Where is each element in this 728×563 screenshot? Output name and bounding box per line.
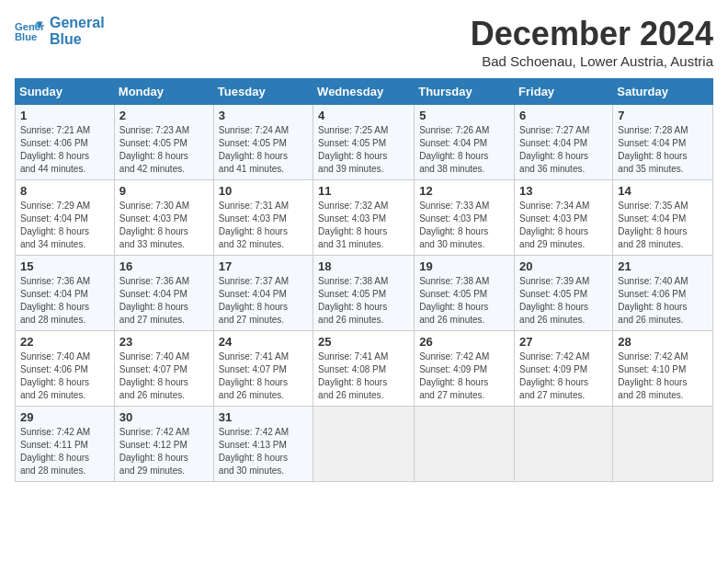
table-row: 10Sunrise: 7:31 AMSunset: 4:03 PMDayligh… <box>213 180 313 256</box>
table-row: 30Sunrise: 7:42 AMSunset: 4:12 PMDayligh… <box>114 407 213 482</box>
table-row: 14Sunrise: 7:35 AMSunset: 4:04 PMDayligh… <box>613 180 713 256</box>
header-thursday: Thursday <box>415 79 515 105</box>
logo: General Blue General Blue <box>15 15 105 48</box>
table-row: 16Sunrise: 7:36 AMSunset: 4:04 PMDayligh… <box>114 256 213 331</box>
location-title: Bad Schoenau, Lower Austria, Austria <box>471 53 713 69</box>
table-row: 20Sunrise: 7:39 AMSunset: 4:05 PMDayligh… <box>515 256 613 331</box>
table-row: 27Sunrise: 7:42 AMSunset: 4:09 PMDayligh… <box>515 331 613 407</box>
table-row: 25Sunrise: 7:41 AMSunset: 4:08 PMDayligh… <box>313 331 415 407</box>
table-row <box>613 407 713 482</box>
logo-text-blue: Blue <box>50 31 105 48</box>
table-row: 23Sunrise: 7:40 AMSunset: 4:07 PMDayligh… <box>114 331 213 407</box>
table-row: 2Sunrise: 7:23 AMSunset: 4:05 PMDaylight… <box>114 105 213 180</box>
calendar-table: Sunday Monday Tuesday Wednesday Thursday… <box>15 78 713 482</box>
table-row: 4Sunrise: 7:25 AMSunset: 4:05 PMDaylight… <box>313 105 415 180</box>
table-row: 28Sunrise: 7:42 AMSunset: 4:10 PMDayligh… <box>613 331 713 407</box>
table-row: 9Sunrise: 7:30 AMSunset: 4:03 PMDaylight… <box>114 180 213 256</box>
table-row: 29Sunrise: 7:42 AMSunset: 4:11 PMDayligh… <box>16 407 115 482</box>
table-row: 18Sunrise: 7:38 AMSunset: 4:05 PMDayligh… <box>313 256 415 331</box>
header-monday: Monday <box>114 79 213 105</box>
header-sunday: Sunday <box>16 79 115 105</box>
title-block: December 2024 Bad Schoenau, Lower Austri… <box>471 15 713 69</box>
logo-icon: General Blue <box>15 18 44 44</box>
table-row: 13Sunrise: 7:34 AMSunset: 4:03 PMDayligh… <box>515 180 613 256</box>
table-row: 31Sunrise: 7:42 AMSunset: 4:13 PMDayligh… <box>213 407 313 482</box>
table-row <box>515 407 613 482</box>
table-row: 19Sunrise: 7:38 AMSunset: 4:05 PMDayligh… <box>415 256 515 331</box>
svg-text:Blue: Blue <box>15 31 37 42</box>
logo-text-general: General <box>50 15 105 31</box>
table-row: 7Sunrise: 7:28 AMSunset: 4:04 PMDaylight… <box>613 105 713 180</box>
table-row: 12Sunrise: 7:33 AMSunset: 4:03 PMDayligh… <box>415 180 515 256</box>
table-row: 26Sunrise: 7:42 AMSunset: 4:09 PMDayligh… <box>415 331 515 407</box>
table-row: 11Sunrise: 7:32 AMSunset: 4:03 PMDayligh… <box>313 180 415 256</box>
table-row: 22Sunrise: 7:40 AMSunset: 4:06 PMDayligh… <box>16 331 115 407</box>
header-wednesday: Wednesday <box>313 79 415 105</box>
table-row: 8Sunrise: 7:29 AMSunset: 4:04 PMDaylight… <box>16 180 115 256</box>
page-header: General Blue General Blue December 2024 … <box>15 15 713 69</box>
table-row: 21Sunrise: 7:40 AMSunset: 4:06 PMDayligh… <box>613 256 713 331</box>
table-row <box>313 407 415 482</box>
header-tuesday: Tuesday <box>213 79 313 105</box>
table-row: 1Sunrise: 7:21 AMSunset: 4:06 PMDaylight… <box>16 105 115 180</box>
table-row: 17Sunrise: 7:37 AMSunset: 4:04 PMDayligh… <box>213 256 313 331</box>
table-row: 24Sunrise: 7:41 AMSunset: 4:07 PMDayligh… <box>213 331 313 407</box>
month-title: December 2024 <box>471 15 713 53</box>
table-row: 6Sunrise: 7:27 AMSunset: 4:04 PMDaylight… <box>515 105 613 180</box>
table-row: 3Sunrise: 7:24 AMSunset: 4:05 PMDaylight… <box>213 105 313 180</box>
table-row: 5Sunrise: 7:26 AMSunset: 4:04 PMDaylight… <box>415 105 515 180</box>
table-row <box>415 407 515 482</box>
header-friday: Friday <box>515 79 613 105</box>
header-saturday: Saturday <box>613 79 713 105</box>
table-row: 15Sunrise: 7:36 AMSunset: 4:04 PMDayligh… <box>16 256 115 331</box>
